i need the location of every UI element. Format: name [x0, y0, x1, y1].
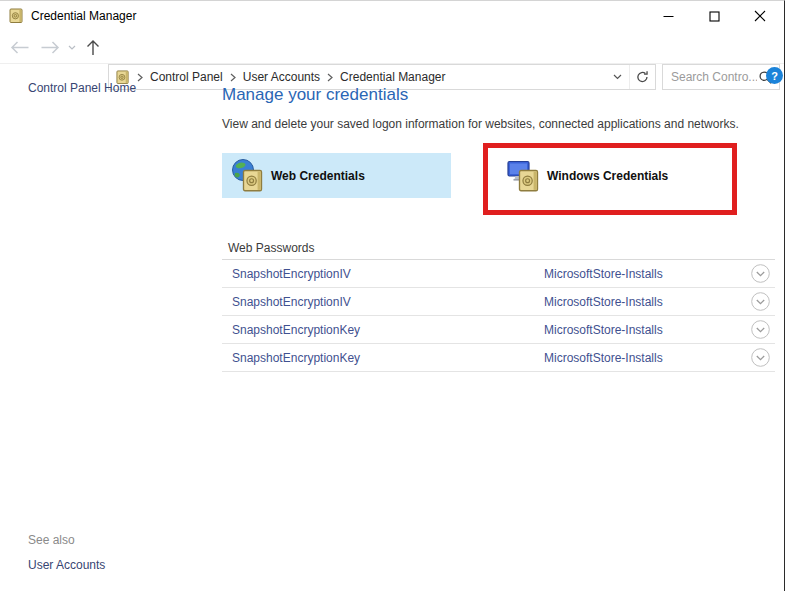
tab-label: Windows Credentials: [547, 169, 668, 183]
refresh-icon: [636, 70, 649, 84]
maximize-icon: [709, 11, 720, 22]
up-arrow-icon: [86, 39, 100, 56]
address-dropdown-button[interactable]: [605, 65, 629, 89]
breadcrumb-credential-manager[interactable]: Credential Manager: [340, 70, 445, 84]
back-arrow-icon: [10, 41, 30, 54]
tab-web-credentials[interactable]: Web Credentials: [222, 153, 451, 198]
credential-value-link[interactable]: MicrosoftStore-Installs: [544, 295, 663, 309]
chevron-right-icon: [230, 73, 236, 82]
forward-button[interactable]: [37, 31, 63, 63]
navigation-bar: Control Panel User Accounts Credential M…: [0, 31, 784, 64]
minimize-button[interactable]: [645, 1, 691, 31]
chevron-down-icon: [613, 74, 622, 80]
chevron-down-circle-icon: [751, 320, 770, 339]
credential-manager-window: Credential Manager: [0, 0, 785, 591]
vault-app-icon: [9, 8, 24, 23]
chevron-right-icon: [137, 73, 143, 82]
chevron-down-circle-icon: [751, 292, 770, 311]
credential-row[interactable]: SnapshotEncryptionKey MicrosoftStore-Ins…: [222, 316, 775, 344]
chevron-down-circle-icon: [751, 348, 770, 367]
help-glyph: ?: [771, 70, 778, 82]
credential-row[interactable]: SnapshotEncryptionKey MicrosoftStore-Ins…: [222, 344, 775, 372]
page-description: View and delete your saved logon informa…: [222, 117, 739, 131]
credential-name-link[interactable]: SnapshotEncryptionKey: [232, 323, 360, 337]
help-button[interactable]: ?: [766, 67, 783, 84]
web-passwords-list: SnapshotEncryptionIV MicrosoftStore-Inst…: [222, 260, 775, 372]
breadcrumb-control-panel[interactable]: Control Panel: [150, 70, 223, 84]
title-bar: Credential Manager: [0, 1, 784, 31]
windows-credentials-icon: [507, 158, 541, 194]
chevron-right-icon: [327, 73, 333, 82]
credential-name-link[interactable]: SnapshotEncryptionIV: [232, 267, 351, 281]
chevron-down-circle-icon: [751, 264, 770, 283]
window-controls: [645, 1, 783, 31]
recent-pages-dropdown[interactable]: [64, 31, 80, 63]
credential-value-link[interactable]: MicrosoftStore-Installs: [544, 351, 663, 365]
credential-row[interactable]: SnapshotEncryptionIV MicrosoftStore-Inst…: [222, 288, 775, 316]
maximize-button[interactable]: [691, 1, 737, 31]
sidebar-item-user-accounts[interactable]: User Accounts: [28, 558, 105, 572]
back-button[interactable]: [7, 31, 33, 63]
see-also-heading: See also: [28, 533, 75, 547]
expand-credential-button[interactable]: [751, 264, 770, 283]
tab-windows-credentials[interactable]: Windows Credentials: [498, 153, 775, 198]
chevron-down-icon: [68, 45, 76, 50]
up-button[interactable]: [82, 31, 104, 63]
search-input[interactable]: [663, 70, 757, 84]
minimize-icon: [663, 11, 674, 22]
close-button[interactable]: [737, 1, 783, 31]
credential-value-link[interactable]: MicrosoftStore-Installs: [544, 267, 663, 281]
search-box: [662, 64, 780, 90]
credential-name-link[interactable]: SnapshotEncryptionIV: [232, 295, 351, 309]
section-heading-web-passwords: Web Passwords: [228, 241, 314, 255]
expand-credential-button[interactable]: [751, 348, 770, 367]
credential-name-link[interactable]: SnapshotEncryptionKey: [232, 351, 360, 365]
refresh-button[interactable]: [629, 65, 655, 89]
expand-credential-button[interactable]: [751, 292, 770, 311]
sidebar-item-control-panel-home[interactable]: Control Panel Home: [28, 81, 136, 95]
web-credentials-icon: [231, 158, 265, 194]
close-icon: [754, 10, 766, 22]
forward-arrow-icon: [40, 41, 60, 54]
tab-label: Web Credentials: [271, 169, 365, 183]
expand-credential-button[interactable]: [751, 320, 770, 339]
credential-value-link[interactable]: MicrosoftStore-Installs: [544, 323, 663, 337]
window-title: Credential Manager: [31, 9, 136, 23]
credential-row[interactable]: SnapshotEncryptionIV MicrosoftStore-Inst…: [222, 260, 775, 288]
breadcrumb-user-accounts[interactable]: User Accounts: [243, 70, 320, 84]
page-title: Manage your credentials: [222, 85, 408, 105]
